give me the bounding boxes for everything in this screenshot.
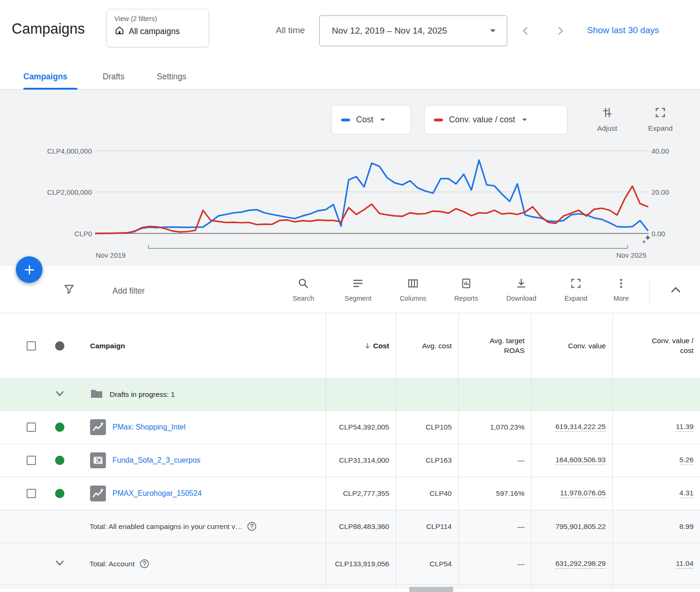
google-ads-campaigns-page: Campaigns View (2 filters) All campaigns… [0,0,700,592]
y-axis-right-tick: 0.00 [651,230,665,238]
tab-settings[interactable]: Settings [157,72,186,82]
help-icon[interactable] [247,522,257,531]
avg-target-roas-cell: 1,070.23% [458,411,531,444]
row-checkbox[interactable] [27,456,36,465]
conv-value-cell: 631,292,298.29 [531,543,612,585]
show-last-30-days-link[interactable]: Show last 30 days [587,25,659,35]
y-axis-left-tick: CLP2,000,000 [17,188,92,196]
select-all-checkbox[interactable] [27,341,36,351]
chevron-down-icon[interactable] [54,559,66,569]
campaign-link[interactable]: Funda_Sofa_2_3_cuerpos [112,456,201,465]
table-header-row: Campaign Cost Avg. cost Avg. target ROAS… [0,313,700,379]
reports-icon [460,277,472,289]
conv-value-cost-line-series [96,186,648,233]
adjust-sliders-icon [601,106,613,119]
tab-drafts[interactable]: Drafts [103,72,125,82]
cost-line-series [96,160,648,233]
reports-button[interactable]: Reports [444,277,489,302]
avg-target-roas-cell: — [458,444,531,477]
performance-chart-section: Cost Conv. value / cost Adjust Ex [0,90,700,266]
y-axis-left-tick: CLP4,000,000 [17,147,92,155]
avg-cost-cell: CLP163 [396,444,458,477]
table-row: Funda_Sofa_2_3_cuerpos CLP31,314,000 CLP… [0,444,700,477]
column-header-cost[interactable]: Cost [326,313,396,378]
chevron-down-icon[interactable] [54,389,66,400]
download-button[interactable]: Download [499,277,544,302]
segment-button[interactable]: Segment [336,277,380,302]
folder-icon [90,388,103,401]
shopping-campaign-icon [90,452,106,468]
row-checkbox[interactable] [27,423,36,432]
home-icon [114,25,125,38]
date-range-picker[interactable]: Nov 12, 2019 – Nov 14, 2025 [319,15,507,46]
metric-picker-conv-value-cost[interactable]: Conv. value / cost [424,105,567,134]
column-header-campaign[interactable]: Campaign [90,342,125,350]
conv-value-cost-series-swatch [434,119,443,121]
conv-value-cell: 795,901,805.22 [531,510,612,543]
drafts-group-row[interactable]: Drafts in progress: 1 [0,379,700,411]
column-header-conv-value[interactable]: Conv. value [531,313,612,378]
conv-value-cell: 619,314,222.25 [531,411,612,444]
help-icon[interactable] [140,559,149,569]
metric-picker-cost[interactable]: Cost [331,105,411,134]
date-range-value: Nov 12, 2019 – Nov 14, 2025 [332,26,489,36]
new-campaign-button[interactable] [16,256,42,283]
conv-value-cost-cell: 5.26 [612,444,700,477]
collapse-panel-button[interactable] [669,285,682,296]
x-axis-start-label: Nov 2019 [96,251,126,259]
performance-max-campaign-icon [90,419,106,435]
view-filter-chip[interactable]: View (2 filters) All campaigns [106,9,209,47]
conv-value-cost-cell: 4.31 [612,477,700,510]
avg-cost-cell: CLP105 [396,411,458,444]
tab-campaigns[interactable]: Campaigns [23,72,67,82]
table-row-partial [0,585,700,588]
avg-target-roas-cell: 597.16% [458,477,531,510]
next-period-button[interactable] [555,25,566,36]
column-header-conv-value-cost[interactable]: Conv. value / cost [612,313,700,378]
expand-chart-button[interactable]: Expand [642,106,679,133]
conv-value-cost-cell: 11.39 [612,411,700,444]
cost-cell: CLP31,314,000 [326,444,396,477]
previous-period-button[interactable] [520,25,531,36]
status-column-header-icon[interactable] [55,341,64,351]
table-row: PMAX_Eurohogar_150524 CLP2,777,355 CLP40… [0,477,700,510]
row-checkbox[interactable] [27,489,36,498]
sort-descending-icon [364,342,371,350]
status-enabled-icon[interactable] [55,423,64,432]
expand-icon [654,106,666,119]
expand-table-button[interactable]: Expand [553,277,598,302]
column-header-avg-target-roas[interactable]: Avg. target ROAS [458,313,531,378]
add-filter-button[interactable]: Add filter [112,286,145,296]
table-toolbar: Add filter Search Segment Columns Repor [0,266,700,313]
status-enabled-icon[interactable] [55,456,64,465]
total-enabled-label: Total: All enabled campaigns in your cur… [90,522,242,531]
column-header-avg-cost[interactable]: Avg. cost [396,313,458,378]
more-vertical-icon [615,277,627,289]
status-enabled-icon[interactable] [55,489,64,498]
page-title: Campaigns [12,21,85,37]
search-button[interactable]: Search [281,277,326,302]
ai-sparkle-icon [640,234,652,245]
filter-funnel-icon [63,283,75,297]
cost-cell: CLP54,392,005 [326,411,396,444]
avg-cost-cell: CLP114 [396,510,458,543]
x-axis-end-label: Nov 2025 [562,251,646,259]
view-chip-value: All campaigns [129,27,180,36]
more-button[interactable]: More [599,277,644,302]
cost-cell: CLP88,483,360 [326,510,396,543]
horizontal-scrollbar-thumb[interactable] [409,587,453,592]
drafts-group-label: Drafts in progress: 1 [110,390,175,399]
y-axis-right-tick: 40.00 [651,147,669,155]
chevron-down-icon [521,118,528,122]
date-range-context: All time [276,25,305,35]
time-series-chart[interactable] [0,140,700,266]
toolbar-divider [649,279,650,303]
conv-value-cost-cell: 8.99 [612,510,700,543]
campaign-link[interactable]: PMax: Shopping_Intel [112,423,186,431]
campaign-link[interactable]: PMAX_Eurohogar_150524 [112,489,202,498]
cost-cell: CLP2,777,355 [326,477,396,510]
performance-max-campaign-icon [90,486,106,501]
adjust-chart-button[interactable]: Adjust [588,106,626,133]
columns-button[interactable]: Columns [391,277,435,302]
columns-icon [407,277,419,289]
